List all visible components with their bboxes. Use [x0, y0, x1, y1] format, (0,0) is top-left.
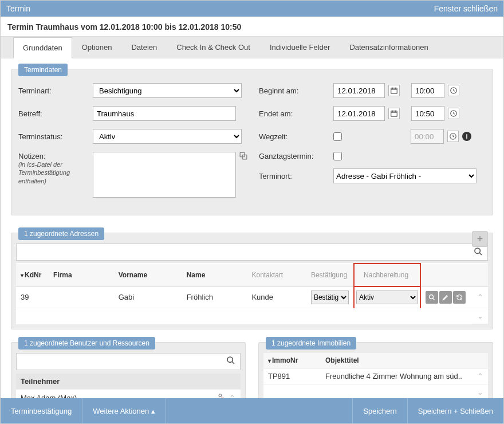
clock-icon[interactable]	[447, 131, 459, 142]
cell-firma	[49, 286, 114, 308]
col-immonr[interactable]: ImmoNr	[272, 356, 298, 364]
checkbox-ganztag[interactable]	[333, 152, 342, 160]
panel-immobilien: 1 zugeordnete Immobilien ImmoNr Objektti…	[258, 342, 493, 399]
content-area: Termindaten Terminart: Besichtigung Betr…	[1, 58, 503, 398]
clock-icon[interactable]	[448, 108, 459, 119]
add-adresse-button[interactable]: +	[472, 231, 488, 247]
svg-point-8	[430, 295, 434, 299]
select-nachbereitung[interactable]: Aktiv	[356, 290, 418, 304]
tab-bar: Grunddaten Optionen Dateien Check In & C…	[1, 36, 503, 58]
panel-label-benutzer: 1 zugeordnete Benutzer und Ressourcen	[18, 337, 155, 350]
input-begin-date[interactable]	[333, 83, 385, 98]
teilnehmer-name: Max Adam (Max)	[21, 394, 77, 399]
label-betreff: Betreff:	[18, 109, 93, 118]
tab-individuelle-felder[interactable]: Individuelle Felder	[260, 37, 340, 58]
tab-datensatzinformationen[interactable]: Datensatzinformationen	[340, 37, 438, 58]
select-terminstatus[interactable]: Aktiv	[93, 129, 242, 144]
calendar-icon[interactable]	[388, 85, 400, 96]
col-nachbereitung[interactable]: Nachbereitung	[359, 268, 415, 282]
tab-grunddaten[interactable]: Grunddaten	[13, 37, 72, 58]
svg-point-9	[227, 357, 233, 362]
input-end-date[interactable]	[333, 106, 385, 121]
label-terminort: Terminort:	[259, 172, 333, 180]
tab-optionen[interactable]: Optionen	[72, 37, 122, 58]
label-ganztag: Ganztagstermin:	[259, 152, 333, 160]
panel-adressen: 1 zugeordnete Adressen + KdNr Firma Vorn…	[11, 233, 493, 329]
label-beginnt: Beginnt am:	[259, 87, 333, 95]
cell-immonr: TP891	[263, 368, 321, 384]
close-window-link[interactable]: Fenster schließen	[434, 4, 498, 13]
label-notizen: Notizen:	[18, 152, 93, 160]
table-row[interactable]: TP891 Freundliche 4 Zimmer Wohnung am sü…	[263, 368, 488, 384]
row-search-icon[interactable]	[426, 291, 438, 304]
panel-label-immobilien: 1 zugeordnete Immobilien	[266, 337, 356, 350]
col-kontaktart[interactable]: Kontaktart	[247, 264, 306, 286]
teilnehmer-header: Teilnehmer	[16, 374, 241, 389]
search-benutzer	[16, 353, 241, 370]
input-end-time[interactable]	[411, 106, 444, 121]
footer-terminbestaetigung-button[interactable]: Terminbestätigung	[1, 398, 82, 423]
window-title: Termin	[6, 4, 30, 13]
tab-checkin[interactable]: Check In & Check Out	[167, 37, 260, 58]
table-immobilien: ImmoNr Objekttitel TP891 Freundliche 4 Z…	[263, 353, 488, 399]
input-begin-time[interactable]	[411, 83, 444, 98]
search-adressen	[16, 244, 488, 261]
row-edit-icon[interactable]	[439, 291, 452, 304]
svg-rect-2	[391, 88, 397, 93]
clock-icon[interactable]	[448, 85, 459, 96]
search-icon[interactable]	[224, 356, 238, 367]
hint-notizen: (in ics-Datei der Terminbestätigung enth…	[18, 160, 93, 185]
svg-rect-4	[391, 111, 397, 116]
copy-icon[interactable]	[239, 152, 247, 162]
input-wegzeit-time[interactable]	[411, 129, 444, 144]
remove-participant-icon[interactable]	[216, 393, 225, 399]
search-adressen-input[interactable]	[19, 245, 471, 259]
checkbox-wegzeit[interactable]	[333, 132, 342, 141]
tab-dateien[interactable]: Dateien	[121, 37, 167, 58]
table-row[interactable]: 39 Gabi Fröhlich Kunde Bestätigt Aktiv	[16, 286, 488, 308]
col-kdnr[interactable]: KdNr	[25, 271, 41, 279]
appointment-dialog: Termin Fenster schließen Termin Traumhau…	[0, 0, 504, 424]
cell-objekttitel: Freundliche 4 Zimmer Wohnung am süd..	[321, 368, 472, 384]
cell-vorname: Gabi	[114, 286, 182, 308]
label-wegzeit: Wegzeit:	[259, 132, 333, 141]
select-terminort[interactable]: Adresse - Gabi Fröhlich -	[333, 168, 477, 183]
search-benutzer-input[interactable]	[19, 355, 224, 368]
panel-termindaten: Termindaten Terminart: Besichtigung Betr…	[11, 69, 493, 215]
cell-kdnr: 39	[16, 286, 49, 308]
col-bestaetigung[interactable]: Bestätigung	[306, 264, 354, 286]
titlebar: Termin Fenster schließen	[1, 1, 503, 17]
footer-weitere-aktionen-button[interactable]: Weitere Aktionen ▴	[82, 398, 166, 423]
panel-label-adressen: 1 zugeordnete Adressen	[18, 227, 104, 240]
page-title: Termin Traumhaus vom 12.01.2018 10:00 bi…	[1, 17, 503, 36]
label-terminart: Terminart:	[18, 87, 93, 95]
label-terminstatus: Terminstatus:	[18, 132, 93, 141]
panel-label-termindaten: Termindaten	[18, 64, 68, 76]
col-firma[interactable]: Firma	[49, 264, 114, 286]
col-vorname[interactable]: Vorname	[114, 264, 182, 286]
select-terminart[interactable]: Besichtigung	[93, 83, 242, 98]
footer-speichern-schliessen-button[interactable]: Speichern + Schließen	[408, 398, 503, 423]
table-adressen: KdNr Firma Vorname Name Kontaktart Bestä…	[16, 263, 488, 324]
svg-point-7	[475, 248, 480, 253]
col-name[interactable]: Name	[182, 264, 247, 286]
cell-name: Fröhlich	[182, 286, 247, 308]
row-refresh-icon[interactable]	[453, 291, 466, 304]
col-objekttitel[interactable]: Objekttitel	[321, 353, 472, 368]
input-betreff[interactable]	[93, 106, 236, 121]
info-icon[interactable]: i	[462, 132, 471, 141]
list-item[interactable]: Max Adam (Max) ⌃	[16, 389, 241, 399]
panel-benutzer: 1 zugeordnete Benutzer und Ressourcen Te…	[11, 342, 246, 399]
footer-bar: Terminbestätigung Weitere Aktionen ▴ Spe…	[1, 398, 503, 423]
footer-speichern-button[interactable]: Speichern	[352, 398, 408, 423]
label-endet: Endet am:	[259, 109, 333, 118]
textarea-notizen[interactable]	[93, 152, 236, 198]
select-bestaetigung[interactable]: Bestätigt	[311, 290, 349, 304]
calendar-icon[interactable]	[388, 108, 400, 119]
search-icon[interactable]	[471, 247, 485, 258]
cell-kontaktart: Kunde	[247, 286, 306, 308]
